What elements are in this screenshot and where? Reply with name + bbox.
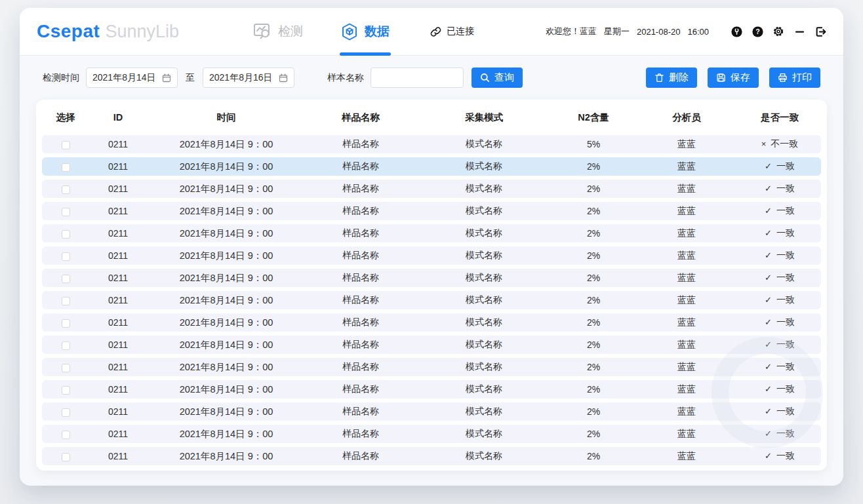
table-row[interactable]: 0211 2021年8月14日 9：00 样品名称 模式名称 2% 蓝蓝 ✓一致 bbox=[42, 246, 821, 265]
filter-toolbar: 检测时间 2021年8月14日 至 2021年8月16日 bbox=[20, 56, 843, 100]
row-checkbox[interactable] bbox=[62, 386, 70, 395]
table-row[interactable]: 0211 2021年8月14日 9：00 样品名称 模式名称 2% 蓝蓝 ✓一致 bbox=[42, 402, 821, 421]
row-checkbox[interactable] bbox=[62, 453, 70, 461]
row-select-cell bbox=[42, 406, 89, 417]
query-button[interactable]: 查询 bbox=[472, 68, 523, 88]
logo-secondary: SunnyLib bbox=[105, 22, 179, 42]
calendar-icon[interactable] bbox=[279, 73, 288, 83]
row-analyst: 蓝蓝 bbox=[635, 361, 738, 373]
row-collect-mode: 模式名称 bbox=[416, 317, 552, 328]
row-time: 2021年8月14日 9：00 bbox=[147, 138, 306, 151]
column-header: ID bbox=[89, 112, 147, 123]
row-id: 0211 bbox=[89, 273, 147, 283]
consistency-mark-icon: ✓ bbox=[765, 206, 772, 216]
row-id: 0211 bbox=[89, 250, 147, 261]
row-id: 0211 bbox=[89, 451, 147, 461]
row-sample-name: 样品名称 bbox=[306, 406, 416, 417]
row-checkbox[interactable] bbox=[62, 319, 70, 328]
table-row[interactable]: 0211 2021年8月14日 9：00 样品名称 模式名称 2% 蓝蓝 ✓一致 bbox=[42, 425, 821, 443]
action-buttons: 删除 保存 bbox=[646, 68, 820, 88]
row-time: 2021年8月14日 9：00 bbox=[147, 161, 306, 173]
row-id: 0211 bbox=[89, 362, 147, 372]
consistency-mark-icon: ✓ bbox=[765, 184, 772, 193]
row-collect-mode: 模式名称 bbox=[416, 450, 552, 462]
consistency-text: 一致 bbox=[776, 227, 795, 238]
sample-filter-label: 样本名称 bbox=[327, 72, 364, 84]
row-checkbox[interactable] bbox=[62, 408, 70, 417]
sample-name-input[interactable] bbox=[371, 68, 464, 88]
wrench-icon[interactable] bbox=[731, 26, 742, 37]
help-icon[interactable]: ? bbox=[752, 26, 763, 37]
row-analyst: 蓝蓝 bbox=[635, 138, 738, 150]
logout-icon[interactable] bbox=[814, 26, 826, 37]
table-row[interactable]: 0211 2021年8月14日 9：00 样品名称 模式名称 2% 蓝蓝 ✓一致 bbox=[42, 202, 821, 220]
row-checkbox[interactable] bbox=[62, 297, 70, 305]
row-checkbox[interactable] bbox=[62, 341, 70, 350]
row-collect-mode: 模式名称 bbox=[416, 227, 552, 239]
table-row[interactable]: 0211 2021年8月14日 9：00 样品名称 模式名称 2% 蓝蓝 ✓一致 bbox=[42, 313, 821, 332]
link-icon bbox=[430, 26, 441, 37]
row-time: 2021年8月14日 9：00 bbox=[147, 317, 306, 329]
date-from-value: 2021年8月14日 bbox=[92, 72, 156, 84]
date-from-input[interactable]: 2021年8月14日 bbox=[86, 68, 178, 88]
row-collect-mode: 模式名称 bbox=[416, 250, 552, 262]
row-checkbox[interactable] bbox=[62, 364, 70, 372]
row-id: 0211 bbox=[89, 228, 147, 239]
table-row[interactable]: 0211 2021年8月14日 9：00 样品名称 模式名称 2% 蓝蓝 ✓一致 bbox=[42, 358, 821, 376]
row-n2-content: 2% bbox=[552, 184, 635, 194]
table-row[interactable]: 0211 2021年8月14日 9：00 样品名称 模式名称 2% 蓝蓝 ✓一致 bbox=[42, 269, 821, 287]
row-checkbox[interactable] bbox=[62, 275, 70, 283]
row-checkbox[interactable] bbox=[62, 252, 70, 261]
tab-detect-label: 检测 bbox=[278, 23, 303, 40]
row-checkbox[interactable] bbox=[62, 431, 70, 439]
range-separator: 至 bbox=[186, 72, 195, 84]
column-header: 样品名称 bbox=[306, 111, 416, 124]
app-header: Csepat SunnyLib 检测 bbox=[20, 8, 843, 56]
consistency-text: 一致 bbox=[776, 205, 795, 216]
table-row[interactable]: 0211 2021年8月14日 9：00 样品名称 模式名称 2% 蓝蓝 ✓一致 bbox=[42, 447, 821, 465]
row-checkbox[interactable] bbox=[62, 185, 70, 194]
row-checkbox[interactable] bbox=[62, 141, 70, 149]
row-id: 0211 bbox=[89, 184, 147, 194]
tab-data[interactable]: 数据 bbox=[341, 8, 390, 56]
row-time: 2021年8月14日 9：00 bbox=[147, 272, 306, 284]
table-row[interactable]: 0211 2021年8月14日 9：00 样品名称 模式名称 5% 蓝蓝 ×不一… bbox=[42, 135, 821, 153]
delete-button[interactable]: 删除 bbox=[646, 68, 697, 88]
tab-detect[interactable]: 检测 bbox=[253, 8, 303, 56]
row-consistency: ✓一致 bbox=[738, 272, 821, 284]
consistency-mark-icon: ✓ bbox=[765, 295, 772, 305]
table-row[interactable]: 0211 2021年8月14日 9：00 样品名称 模式名称 2% 蓝蓝 ✓一致 bbox=[42, 380, 821, 398]
print-button[interactable]: 打印 bbox=[769, 68, 820, 88]
calendar-icon[interactable] bbox=[162, 73, 171, 83]
save-floppy-icon bbox=[716, 73, 726, 83]
consistency-mark-icon: ✓ bbox=[765, 161, 772, 171]
table-row[interactable]: 0211 2021年8月14日 9：00 样品名称 模式名称 2% 蓝蓝 ✓一致 bbox=[42, 157, 821, 176]
data-table-card: 选择ID时间样品名称采集模式N2含量分析员是否一致 0211 2021年8月14… bbox=[36, 100, 827, 471]
table-row[interactable]: 0211 2021年8月14日 9：00 样品名称 模式名称 2% 蓝蓝 ✓一致 bbox=[42, 180, 821, 198]
row-select-cell bbox=[42, 273, 89, 283]
table-row[interactable]: 0211 2021年8月14日 9：00 样品名称 模式名称 2% 蓝蓝 ✓一致 bbox=[42, 291, 821, 309]
column-header: 是否一致 bbox=[738, 111, 821, 124]
row-consistency: ✓一致 bbox=[738, 161, 821, 172]
row-analyst: 蓝蓝 bbox=[635, 250, 738, 262]
row-consistency: ✓一致 bbox=[738, 339, 821, 351]
delete-button-label: 删除 bbox=[669, 71, 689, 84]
row-n2-content: 2% bbox=[552, 406, 635, 417]
settings-gear-icon[interactable] bbox=[773, 26, 784, 37]
row-checkbox[interactable] bbox=[62, 208, 70, 216]
row-checkbox[interactable] bbox=[62, 230, 70, 239]
row-id: 0211 bbox=[89, 384, 147, 395]
table-row[interactable]: 0211 2021年8月14日 9：00 样品名称 模式名称 2% 蓝蓝 ✓一致 bbox=[42, 224, 821, 242]
save-button[interactable]: 保存 bbox=[708, 68, 759, 88]
row-analyst: 蓝蓝 bbox=[635, 317, 738, 328]
consistency-text: 一致 bbox=[776, 183, 795, 193]
column-header: 选择 bbox=[42, 111, 89, 124]
row-checkbox[interactable] bbox=[62, 163, 70, 172]
row-select-cell bbox=[42, 362, 89, 372]
search-icon bbox=[480, 73, 490, 83]
consistency-text: 一致 bbox=[776, 317, 795, 327]
date-to-input[interactable]: 2021年8月16日 bbox=[203, 68, 294, 88]
table-row[interactable]: 0211 2021年8月14日 9：00 样品名称 模式名称 2% 蓝蓝 ✓一致 bbox=[42, 336, 821, 354]
row-sample-name: 样品名称 bbox=[306, 294, 416, 306]
minimize-icon[interactable] bbox=[793, 26, 805, 37]
